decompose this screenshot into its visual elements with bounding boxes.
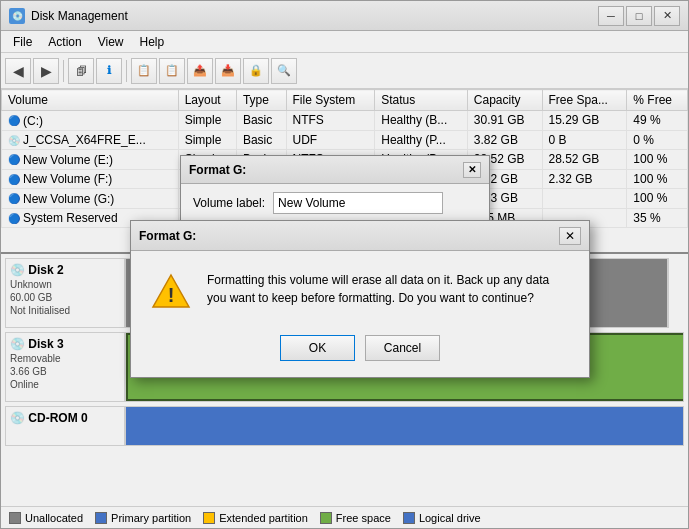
- forward-button[interactable]: ▶: [33, 58, 59, 84]
- legend-color-logical: [403, 512, 415, 524]
- cell-volume: 🔵 New Volume (E:): [2, 150, 179, 170]
- col-filesystem[interactable]: File System: [286, 90, 375, 111]
- info-button[interactable]: ℹ: [96, 58, 122, 84]
- confirm-body: ! Formatting this volume will erase all …: [131, 251, 589, 327]
- cell-fs: UDF: [286, 130, 375, 150]
- disk-2-name: 💿 Disk 2: [10, 263, 120, 277]
- maximize-button[interactable]: □: [626, 6, 652, 26]
- cell-pct: 49 %: [627, 111, 688, 131]
- legend-label-logical: Logical drive: [419, 512, 481, 524]
- disk-2-scrollbar: [668, 258, 684, 328]
- cell-volume: 🔵 New Volume (G:): [2, 189, 179, 209]
- disk-2-size: 60.00 GB: [10, 292, 120, 303]
- disk-label-3: 💿 Disk 3 Removable 3.66 GB Online: [5, 332, 125, 402]
- toolbar: ◀ ▶ 🗐 ℹ 📋 📋 📤 📥 🔒 🔍: [1, 53, 688, 89]
- properties-button[interactable]: 🗐: [68, 58, 94, 84]
- legend-label-extended: Extended partition: [219, 512, 308, 524]
- confirm-message-text: Formatting this volume will erase all da…: [207, 271, 569, 307]
- col-type[interactable]: Type: [236, 90, 286, 111]
- cell-free: 2.32 GB: [542, 169, 627, 189]
- cell-free: 28.52 GB: [542, 150, 627, 170]
- col-pctfree[interactable]: % Free: [627, 90, 688, 111]
- legend-label-unallocated: Unallocated: [25, 512, 83, 524]
- confirm-format-dialog: Format G: ✕ ! Formatting this volume wil…: [130, 220, 590, 378]
- cell-free: 0 B: [542, 130, 627, 150]
- toolbar-sep-2: [126, 60, 127, 82]
- disk-3-status: Online: [10, 379, 120, 390]
- disk-3-size: 3.66 GB: [10, 366, 120, 377]
- volume-label-input[interactable]: [273, 192, 443, 214]
- new-vol-button[interactable]: 📋: [131, 58, 157, 84]
- window-controls: ─ □ ✕: [598, 6, 680, 26]
- disk-3-name: 💿 Disk 3: [10, 337, 120, 351]
- cell-free: [542, 189, 627, 209]
- disk-label-2: 💿 Disk 2 Unknown 60.00 GB Not Initialise…: [5, 258, 125, 328]
- lock-button[interactable]: 🔒: [243, 58, 269, 84]
- table-row[interactable]: 💿 J_CCSA_X64FRE_E... Simple Basic UDF He…: [2, 130, 688, 150]
- cell-free: 15.29 GB: [542, 111, 627, 131]
- import-button[interactable]: 📥: [215, 58, 241, 84]
- col-capacity[interactable]: Capacity: [467, 90, 542, 111]
- cell-volume: 💿 J_CCSA_X64FRE_E...: [2, 130, 179, 150]
- partition-cdrom[interactable]: [126, 407, 683, 445]
- col-status[interactable]: Status: [375, 90, 468, 111]
- cdrom-name: 💿 CD-ROM 0: [10, 411, 120, 425]
- cell-status: Healthy (P...: [375, 130, 468, 150]
- legend-label-freespace: Free space: [336, 512, 391, 524]
- menu-file[interactable]: File: [5, 33, 40, 51]
- menu-view[interactable]: View: [90, 33, 132, 51]
- confirm-dialog-title: Format G:: [139, 229, 559, 243]
- disk-2-type: Unknown: [10, 279, 120, 290]
- cell-pct: 0 %: [627, 130, 688, 150]
- export-button[interactable]: 📤: [187, 58, 213, 84]
- menu-bar: File Action View Help: [1, 31, 688, 53]
- legend-label-primary: Primary partition: [111, 512, 191, 524]
- format-dialog-bg-title: Format G: ✕: [181, 156, 489, 184]
- warning-icon: !: [151, 271, 191, 311]
- app-icon: 💿: [9, 8, 25, 24]
- menu-help[interactable]: Help: [132, 33, 173, 51]
- cancel-button[interactable]: Cancel: [365, 335, 440, 361]
- table-row[interactable]: 🔵 (C:) Simple Basic NTFS Healthy (B... 3…: [2, 111, 688, 131]
- cell-status: Healthy (B...: [375, 111, 468, 131]
- close-button[interactable]: ✕: [654, 6, 680, 26]
- disk-2-status: Not Initialised: [10, 305, 120, 316]
- confirm-title-bar: Format G: ✕: [131, 221, 589, 251]
- cell-type: Basic: [236, 130, 286, 150]
- cell-pct: 100 %: [627, 189, 688, 209]
- ok-button[interactable]: OK: [280, 335, 355, 361]
- legend-logical: Logical drive: [403, 512, 481, 524]
- legend-color-primary: [95, 512, 107, 524]
- col-layout[interactable]: Layout: [178, 90, 236, 111]
- svg-text:!: !: [168, 284, 175, 306]
- legend-bar: Unallocated Primary partition Extended p…: [1, 506, 688, 528]
- confirm-close-button[interactable]: ✕: [559, 227, 581, 245]
- confirm-buttons-area: OK Cancel: [131, 327, 589, 377]
- format-dialog-bg-body: Volume label:: [181, 184, 489, 222]
- back-button[interactable]: ◀: [5, 58, 31, 84]
- format-bg-close-btn[interactable]: ✕: [463, 162, 481, 178]
- cell-fs: NTFS: [286, 111, 375, 131]
- legend-unallocated: Unallocated: [9, 512, 83, 524]
- cell-type: Basic: [236, 111, 286, 131]
- legend-primary: Primary partition: [95, 512, 191, 524]
- search-button[interactable]: 🔍: [271, 58, 297, 84]
- cell-capacity: 30.91 GB: [467, 111, 542, 131]
- volume-label-text: Volume label:: [193, 196, 265, 210]
- col-freespace[interactable]: Free Spa...: [542, 90, 627, 111]
- toolbar-sep-1: [63, 60, 64, 82]
- cell-volume: 🔵 (C:): [2, 111, 179, 131]
- disk-row-cdrom: 💿 CD-ROM 0: [5, 406, 684, 446]
- legend-color-extended: [203, 512, 215, 524]
- menu-action[interactable]: Action: [40, 33, 89, 51]
- minimize-button[interactable]: ─: [598, 6, 624, 26]
- title-bar: 💿 Disk Management ─ □ ✕: [1, 1, 688, 31]
- col-volume[interactable]: Volume: [2, 90, 179, 111]
- copy-button[interactable]: 📋: [159, 58, 185, 84]
- cell-pct: 100 %: [627, 169, 688, 189]
- cell-pct: 100 %: [627, 150, 688, 170]
- cell-capacity: 3.82 GB: [467, 130, 542, 150]
- legend-color-freespace: [320, 512, 332, 524]
- disk-label-cdrom: 💿 CD-ROM 0: [5, 406, 125, 446]
- legend-color-unallocated: [9, 512, 21, 524]
